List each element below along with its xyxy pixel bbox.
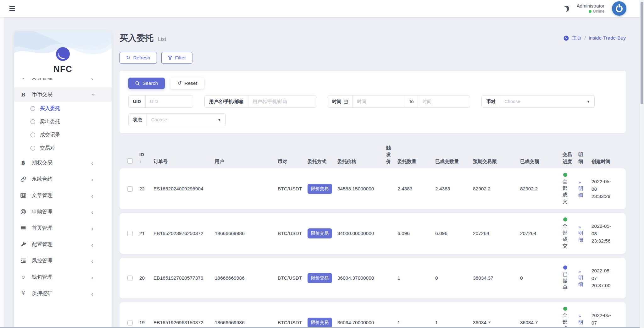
sidebar-item-subscription-management[interactable]: 申购管理 ‹ [14,204,112,220]
user-filter-label: 用户名/手机/邮箱 [205,96,248,107]
cell-filled-total: 0 [520,275,563,281]
col-price: 委托价格 [337,158,386,165]
chevron-left-icon: ‹ [91,241,93,248]
uid-input[interactable] [146,96,193,107]
detail-link[interactable]: » 明细 [578,224,591,243]
breadcrumb-home[interactable]: 主页 [572,35,581,41]
user-filter-group: 用户名/手机/邮箱 [204,95,316,108]
sidebar-subitem-trading-pairs[interactable]: 交易对 [14,141,112,155]
sidebar-logo[interactable]: NFC [14,31,112,74]
status-dot [563,265,567,270]
user-input[interactable] [248,96,316,107]
sidebar-subitem-sell-orders[interactable]: 卖出委托 [14,115,112,128]
cell-id: 20 [139,275,153,281]
detail-link[interactable]: » 明细 [578,179,591,199]
scrollbar-thumb[interactable] [641,2,643,104]
row-checkbox[interactable] [127,186,133,192]
col-created-at: 创建时间 [591,158,618,165]
sidebar-item-label: 风控管理 [32,257,53,264]
double-arrow-icon: » [578,313,591,319]
order-type-badge: 限价交易 [308,273,332,283]
pair-filter-label: 币对 [482,96,500,107]
cell-pair: BTC/USDT [278,231,308,236]
col-pair: 币对 [278,158,308,165]
funnel-icon [168,56,172,60]
filter-button[interactable]: Filter [161,52,192,64]
detail-link[interactable]: » 明细 [578,268,591,288]
cell-created-at: 2022-05- 08 23:33:29 [591,178,618,200]
sidebar-subitem-trade-records[interactable]: 成交记录 [14,128,112,141]
wrench-icon [19,242,27,248]
hamburger-menu-icon[interactable] [9,6,15,11]
sidebar-item-homepage-management[interactable]: 首页管理 ‹ [14,220,112,236]
time-from-input[interactable] [353,96,405,107]
sidebar-item-perpetual-contracts[interactable]: 永续合约 ‹ [14,171,112,187]
double-arrow-icon: » [578,179,591,185]
search-button[interactable]: Search [128,78,165,89]
cell-created-at: 2022-05- 07 20:30:00 [591,312,618,328]
sidebar-item-coin-trade[interactable]: B 币币交易 ‹ [14,87,112,102]
chevron-left-icon: ‹ [91,78,93,81]
page-title: 买入委托 [119,32,153,44]
reset-icon: ↺ [177,81,181,86]
scrollbar-track[interactable] [640,0,644,328]
sidebar-subitem-buy-orders[interactable]: 买入委托 [14,102,112,115]
sidebar-item-risk-management[interactable]: 风控管理 ‹ [14,253,112,269]
row-checkbox[interactable] [127,231,133,236]
trade-progress: 全部成交 [563,173,569,205]
circle-icon [31,146,35,150]
dropdown-arrow-icon: ▼ [583,100,590,103]
select-all-checkbox[interactable] [127,158,133,164]
row-checkbox[interactable] [127,276,133,281]
page-toolbar: ↻ Refresh Filter [119,52,626,64]
cell-user: 18666669986 [215,275,278,281]
sidebar-item-article-management[interactable]: 文章管理 ‹ [14,187,112,204]
cell-expected-total: 82902.2 [473,186,520,192]
sidebar-item-label: 期权交易 [32,159,53,166]
time-to-input[interactable] [418,96,470,107]
row-checkbox[interactable] [127,320,133,325]
cell-filled-amount: 1 [435,320,473,325]
sidebar-subitem-label: 买入委托 [40,105,60,112]
cell-user: 18666669986 [215,320,278,325]
refresh-button[interactable]: ↻ Refresh [119,52,157,64]
life-ring-icon [19,209,27,215]
table-row: 22 ES1652024009296904 BTC/USDT 限价交易 3458… [119,168,626,209]
status-select[interactable]: Choose ▼ [147,114,225,126]
sort-arrow-icon[interactable]: ↑ [139,158,153,165]
sidebar-item-label: 质押挖矿 [32,290,53,297]
breadcrumb-separator: / [584,35,586,41]
pair-select[interactable]: Choose ▼ [500,96,594,107]
detail-link[interactable]: » 明细 [578,313,591,328]
sidebar-item-options-trade[interactable]: ฿ 期权交易 ‹ [14,155,112,171]
col-user: 用户 [215,158,278,165]
uid-filter-group: UID [128,95,193,108]
cell-order-no: EB1652023976250372 [153,231,215,236]
main-content: 买入委托 List 主页 / Inside-Trade-Buy ↻ Refres… [119,31,626,328]
time-filter-group: 时间 To [328,95,470,108]
chevron-left-icon: ‹ [91,192,93,199]
table-row: 20 EB1651927020577379 18666669986 BTC/US… [119,258,626,298]
sidebar-item-staking-mining[interactable]: ¥ 质押挖矿 ‹ [14,285,112,302]
sidebar-item-wallet-management[interactable]: ○ 钱包管理 ‹ [14,269,112,285]
reset-button[interactable]: ↺ Reset [170,78,204,89]
filter-panel: Search ↺ Reset UID 用户名/手机/邮箱 时间 [119,71,626,133]
sidebar-subitem-label: 成交记录 [40,132,60,138]
trade-progress: 全部成交 [563,307,569,328]
sidebar-item-config-management[interactable]: 配置管理 ‹ [14,236,112,253]
dark-mode-moon-icon[interactable] [563,5,570,12]
refresh-icon: ↻ [126,55,130,60]
user-avatar-power-icon[interactable] [612,1,626,16]
sidebar-subitem-label: 卖出委托 [40,118,60,125]
col-id[interactable]: ID ↑ [139,151,153,165]
user-info[interactable]: Administrator Online [577,3,604,14]
col-order-type: 委托方式 [308,158,337,165]
outdent-list-icon [19,258,27,264]
cell-filled-total: 36034.7 [520,320,563,325]
sidebar-item-finance[interactable]: ¥ 财务管理 ‹ [14,78,112,85]
sidebar-item-label: 配置管理 [32,241,53,248]
cell-pair: BTC/USDT [278,275,308,281]
nfc-logo-icon [56,47,70,61]
table-row: 21 EB1652023976250372 18666669986 BTC/US… [119,213,626,254]
order-type-badge: 限价交易 [308,318,332,328]
